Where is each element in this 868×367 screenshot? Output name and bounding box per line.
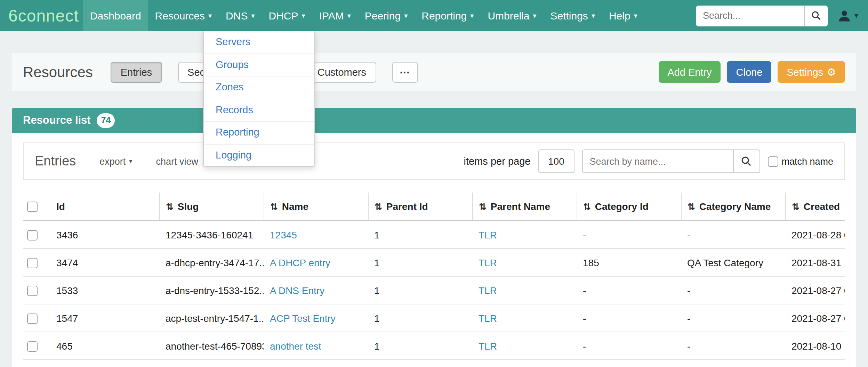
match-name-checkbox[interactable] (767, 156, 778, 166)
column-label: Created (804, 201, 840, 212)
entry-name-link[interactable]: A DHCP entry (270, 257, 330, 268)
cell-created: 2021-08-27 01 (785, 276, 845, 304)
chevron-down-icon: ▾ (208, 12, 212, 19)
dns-menu-item-groups[interactable]: Groups (204, 54, 314, 76)
nav-item-settings[interactable]: Settings ▾ (543, 0, 602, 31)
page-title: Resources (23, 64, 93, 80)
row-checkbox[interactable] (27, 258, 38, 268)
nav-item-label: Reporting (421, 10, 467, 22)
table-search-button[interactable] (733, 149, 760, 173)
cell-category-id: 185 (577, 248, 681, 276)
chevron-down-icon: ▾ (129, 158, 132, 165)
chevron-down-icon: ▾ (347, 12, 351, 19)
chevron-down-icon: ▾ (634, 12, 637, 19)
dns-dropdown-menu: Servers Groups Zones Records Reporting L… (203, 31, 315, 167)
column-label: Category Name (699, 201, 771, 212)
entry-name-link[interactable]: 12345 (270, 229, 297, 240)
column-header-parent-id[interactable]: ⇅Parent Id (368, 193, 472, 221)
parent-name-link[interactable]: TLR (479, 312, 497, 324)
chart-view-link[interactable]: chart view (156, 156, 198, 166)
dns-menu-item-servers[interactable]: Servers (204, 31, 314, 54)
tab-customers[interactable]: Customers (308, 62, 376, 82)
nav-item-label: Resources (155, 10, 205, 22)
global-search-button[interactable] (804, 5, 828, 26)
dns-menu-item-logging[interactable]: Logging (204, 144, 314, 166)
column-header-name[interactable]: ⇅Name (264, 193, 368, 221)
add-entry-button[interactable]: Add Entry (658, 61, 721, 83)
row-checkbox[interactable] (27, 313, 38, 324)
parent-name-link[interactable]: TLR (479, 340, 497, 351)
column-label: Id (56, 201, 65, 212)
global-search-input[interactable] (697, 5, 804, 26)
parent-name-link[interactable]: TLR (479, 257, 497, 268)
app-logo[interactable]: 6connect (8, 6, 79, 25)
export-dropdown[interactable]: export ▾ (99, 156, 132, 166)
cell-created: 2021-08-31 18 (785, 248, 845, 276)
nav-item-peering[interactable]: Peering ▾ (358, 0, 415, 31)
user-icon (838, 9, 852, 23)
entry-name-link[interactable]: another test (270, 340, 321, 351)
dns-menu-item-reporting[interactable]: Reporting (204, 122, 314, 144)
global-search (697, 5, 828, 26)
nav-item-reporting[interactable]: Reporting ▾ (415, 0, 481, 31)
nav-item-label: Dashboard (90, 10, 141, 22)
cell-id: 3474 (55, 248, 159, 276)
cell-category-id: - (577, 221, 681, 248)
entry-name-link[interactable]: A DNS Entry (270, 285, 324, 296)
chevron-down-icon: ▾ (404, 12, 408, 19)
cell-created: 2021-08-10 11 (785, 332, 845, 360)
more-tabs-button[interactable]: ⋯ (392, 62, 418, 82)
entries-toolbar: Entries export ▾ chart view show filters… (23, 142, 845, 180)
items-per-page-input[interactable] (538, 149, 574, 173)
column-header-select (23, 193, 55, 221)
tab-entries[interactable]: Entries (111, 62, 162, 82)
parent-name-link[interactable]: TLR (479, 285, 497, 296)
navbar: 6connect Dashboard Resources ▾ DNS ▾ DHC… (0, 0, 868, 31)
cell-created: 2021-08-28 00 (785, 221, 845, 248)
select-all-checkbox[interactable] (27, 202, 38, 212)
sort-icon: ⇅ (583, 202, 591, 212)
chevron-down-icon: ▾ (533, 12, 536, 19)
dns-menu-item-records[interactable]: Records (204, 99, 314, 122)
nav-item-label: Help (609, 10, 630, 22)
settings-button[interactable]: Settings ⚙ (778, 61, 845, 83)
nav-item-resources[interactable]: Resources ▾ (148, 0, 219, 31)
table-search-input[interactable] (582, 149, 733, 173)
table-row: 3474 a-dhcp-entry-3474-17... A DHCP entr… (23, 248, 845, 276)
row-checkbox[interactable] (27, 286, 38, 296)
nav-item-label: Peering (365, 10, 401, 22)
entry-name-link[interactable]: ACP Test Entry (270, 312, 336, 324)
user-menu-button[interactable]: ▾ (835, 9, 861, 23)
chevron-down-icon: ▾ (854, 12, 858, 19)
column-header-category-name[interactable]: ⇅Category Name (681, 193, 785, 221)
nav-item-umbrella[interactable]: Umbrella ▾ (481, 0, 543, 31)
nav-item-help[interactable]: Help ▾ (602, 0, 644, 31)
column-label: Category Id (595, 201, 649, 212)
column-header-created[interactable]: ⇅Created (785, 193, 845, 221)
match-name-toggle: match name (767, 156, 833, 166)
column-header-category-id[interactable]: ⇅Category Id (577, 193, 681, 221)
column-header-slug[interactable]: ⇅Slug (159, 193, 264, 221)
nav-item-label: Settings (550, 10, 588, 22)
column-header-parent-name[interactable]: ⇅Parent Name (472, 193, 577, 221)
column-label: Parent Id (386, 201, 428, 212)
clone-button[interactable]: Clone (727, 61, 772, 83)
column-header-id[interactable]: Id (55, 193, 159, 221)
nav-item-dashboard[interactable]: Dashboard (83, 0, 148, 31)
sort-icon: ⇅ (479, 202, 487, 212)
parent-name-link[interactable]: TLR (479, 229, 497, 240)
items-per-page-label: items per page (464, 156, 531, 167)
chevron-down-icon: ▾ (592, 12, 595, 19)
sort-icon: ⇅ (375, 202, 382, 212)
column-label: Parent Name (491, 201, 550, 212)
row-checkbox[interactable] (27, 230, 38, 240)
nav-item-dns[interactable]: DNS ▾ (219, 0, 262, 31)
cell-id: 1533 (55, 276, 159, 304)
cell-slug: another-test-465-70893 (159, 332, 264, 360)
chevron-down-icon: ▾ (302, 12, 305, 19)
dns-menu-item-zones[interactable]: Zones (204, 76, 314, 99)
row-checkbox[interactable] (27, 341, 38, 352)
nav-item-ipam[interactable]: IPAM ▾ (312, 0, 358, 31)
cell-category-name: - (681, 221, 785, 248)
nav-item-dhcp[interactable]: DHCP ▾ (262, 0, 312, 31)
